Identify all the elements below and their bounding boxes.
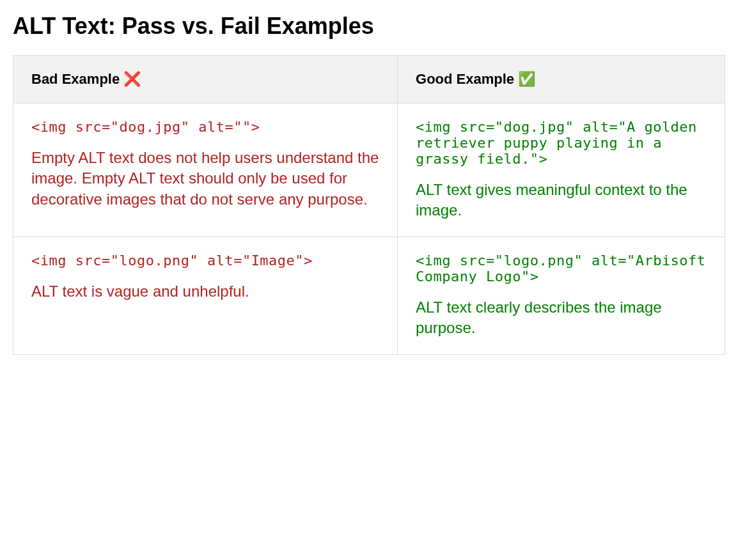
good-header: Good Example ✅	[398, 56, 725, 104]
explanation-text: ALT text clearly describes the image pur…	[416, 297, 707, 339]
good-example-cell: <img src="logo.png" alt="Arbisoft Compan…	[398, 237, 725, 354]
explanation-text: Empty ALT text does not help users under…	[31, 148, 379, 210]
table-row: <img src="dog.jpg" alt=""> Empty ALT tex…	[13, 104, 725, 237]
code-snippet: <img src="dog.jpg" alt="A golden retriev…	[416, 119, 707, 167]
bad-example-cell: <img src="dog.jpg" alt=""> Empty ALT tex…	[13, 104, 398, 237]
examples-table: Bad Example ❌ Good Example ✅ <img src="d…	[13, 55, 725, 355]
code-snippet: <img src="logo.png" alt="Arbisoft Compan…	[416, 253, 707, 284]
explanation-text: ALT text gives meaningful context to the…	[416, 180, 707, 221]
page-title: ALT Text: Pass vs. Fail Examples	[13, 13, 725, 40]
good-example-cell: <img src="dog.jpg" alt="A golden retriev…	[398, 104, 725, 237]
code-snippet: <img src="dog.jpg" alt="">	[31, 119, 379, 135]
table-row: <img src="logo.png" alt="Image"> ALT tex…	[13, 237, 725, 354]
explanation-text: ALT text is vague and unhelpful.	[31, 281, 379, 302]
bad-header: Bad Example ❌	[13, 56, 398, 104]
bad-example-cell: <img src="logo.png" alt="Image"> ALT tex…	[13, 237, 398, 354]
code-snippet: <img src="logo.png" alt="Image">	[31, 253, 379, 268]
